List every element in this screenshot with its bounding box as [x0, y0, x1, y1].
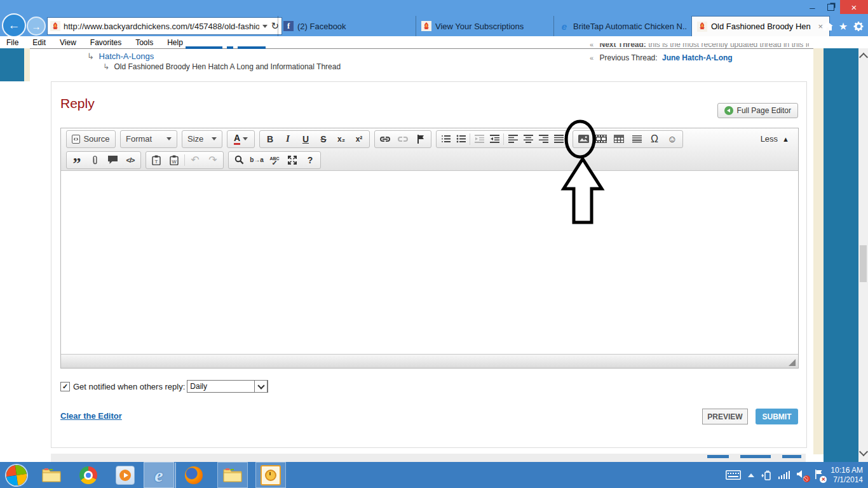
align-center-button[interactable] [520, 132, 536, 147]
taskbar-clock[interactable]: 10:16 AM 7/1/2014 [831, 466, 863, 485]
strikethrough-button[interactable]: S [315, 132, 332, 147]
text-color-button[interactable]: A [227, 130, 255, 148]
redo-button[interactable]: ↷ [204, 152, 222, 168]
size-dropdown[interactable]: Size [182, 130, 222, 148]
folder-icon [42, 468, 61, 483]
menu-favorites[interactable]: Favorites [90, 38, 121, 47]
select-dropdown-button[interactable] [254, 380, 268, 393]
bullet-list-button[interactable] [453, 132, 468, 147]
page-scrollbar[interactable] [858, 48, 868, 462]
taskbar-internet-explorer-active[interactable]: e [144, 462, 174, 488]
superscript-button[interactable]: x² [350, 132, 368, 147]
full-page-editor-button[interactable]: Full Page Editor [717, 103, 798, 118]
taskbar-media-player[interactable] [107, 462, 144, 488]
back-button[interactable]: ← [2, 13, 26, 37]
breadcrumb-hatch-a-longs-link[interactable]: Hatch-A-Longs [99, 51, 154, 61]
url-text[interactable]: http://www.backyardchickens.com/t/457488… [64, 22, 259, 31]
editor-text-area[interactable] [61, 171, 798, 354]
close-button[interactable]: × [840, 0, 868, 14]
url-dropdown-icon[interactable] [262, 25, 268, 28]
increase-indent-button[interactable] [487, 132, 502, 147]
forward-button[interactable]: → [27, 17, 46, 36]
restore-icon [827, 4, 834, 11]
volume-muted-icon[interactable]: ⃠ [797, 470, 807, 480]
attach-button[interactable] [86, 152, 104, 168]
blockquote-button[interactable]: ” [68, 149, 86, 172]
unlink-button[interactable] [394, 132, 412, 147]
notify-checkbox[interactable]: ✓ [60, 382, 70, 391]
align-right-button[interactable] [536, 132, 551, 147]
menu-help[interactable]: Help [167, 38, 183, 47]
next-thread-text[interactable]: this is the most recently updated thread… [648, 43, 809, 49]
menu-view[interactable]: View [60, 38, 76, 47]
insert-image-button[interactable] [574, 132, 592, 147]
clipboard-group: T W ↶ ↷ [146, 151, 224, 169]
link-button[interactable] [376, 132, 394, 147]
clear-editor-link[interactable]: Clear the Editor [60, 411, 122, 421]
paste-text-button[interactable]: T [147, 152, 165, 168]
show-hidden-icons-button[interactable] [748, 473, 754, 477]
notify-frequency-select[interactable]: Daily [187, 380, 268, 393]
special-character-button[interactable]: Ω [646, 132, 663, 147]
spellcheck-button[interactable]: ABC ✓ [266, 152, 283, 168]
format-dropdown[interactable]: Format [120, 130, 177, 148]
scroll-down-icon[interactable] [859, 447, 868, 456]
find-button[interactable] [230, 152, 248, 168]
italic-button[interactable]: I [279, 132, 297, 147]
taskbar-outlook[interactable] [255, 462, 286, 488]
insert-video-button[interactable] [592, 132, 610, 147]
align-justify-button[interactable] [551, 132, 566, 147]
subscript-button[interactable]: x₂ [332, 132, 350, 147]
tab-britetap[interactable]: e BriteTap Automatic Chicken N... [553, 16, 691, 36]
tab-broody-hen-active[interactable]: Old Fashioned Broody Hen ... × [691, 16, 830, 36]
firefox-icon [185, 466, 203, 484]
network-signal-icon[interactable] [778, 471, 790, 479]
source-button[interactable]: Source [66, 130, 116, 148]
resize-handle-icon[interactable] [789, 359, 796, 366]
address-bar[interactable]: http://www.backyardchickens.com/t/457488… [47, 17, 282, 35]
taskbar-chrome[interactable] [70, 462, 107, 488]
touch-keyboard-icon[interactable] [726, 470, 741, 480]
power-battery-icon[interactable] [761, 470, 771, 480]
start-button[interactable] [0, 462, 33, 488]
browser-chrome: – × ← → http://www.backyardchickens.com/… [0, 0, 868, 36]
replace-button[interactable]: b→a [248, 152, 266, 168]
underline-button[interactable]: U [297, 132, 315, 147]
less-toggle[interactable]: Less ▲ [761, 128, 789, 149]
settings-gear-icon[interactable] [853, 21, 864, 32]
anchor-flag-button[interactable] [412, 132, 430, 147]
undo-button[interactable]: ↶ [186, 152, 204, 168]
minimize-button[interactable]: – [803, 0, 822, 14]
previous-thread-link[interactable]: June Hatch-A-Long [662, 53, 733, 62]
tab-subscriptions[interactable]: View Your Subscriptions [416, 16, 553, 36]
taskbar-file-explorer-open[interactable] [217, 462, 248, 488]
scroll-up-icon[interactable] [859, 53, 868, 62]
help-button[interactable]: ? [301, 152, 319, 168]
taskbar-file-explorer[interactable] [33, 462, 70, 488]
smiley-button[interactable]: ☺ [663, 132, 681, 147]
paste-word-button[interactable]: W [165, 152, 183, 168]
numbered-list-button[interactable] [438, 132, 453, 147]
preview-button[interactable]: PREVIEW [702, 409, 748, 424]
horizontal-rule-button[interactable] [628, 132, 646, 147]
paste-plain-text-icon: T [152, 155, 161, 165]
decrease-indent-button[interactable] [471, 132, 487, 147]
taskbar-firefox[interactable] [174, 462, 214, 488]
menu-tools[interactable]: Tools [135, 38, 153, 47]
align-left-button[interactable] [505, 132, 520, 147]
outlook-icon [261, 465, 281, 485]
menu-file[interactable]: File [6, 38, 18, 47]
insert-table-button[interactable] [610, 132, 628, 147]
code-button[interactable]: </> [121, 152, 139, 168]
maximize-button[interactable] [283, 152, 301, 168]
restore-button[interactable] [822, 0, 840, 14]
favorites-star-icon[interactable]: ★ [839, 20, 848, 32]
tab-facebook[interactable]: f (2) Facebook [278, 16, 416, 36]
submit-button[interactable]: SUBMIT [756, 409, 798, 424]
comment-button[interactable] [104, 152, 121, 168]
action-center-flag-icon[interactable]: ✕ [814, 470, 824, 481]
scrollbar-thumb[interactable] [860, 245, 867, 282]
home-icon[interactable] [822, 22, 833, 31]
bold-button[interactable]: B [261, 132, 279, 147]
menu-edit[interactable]: Edit [32, 38, 46, 47]
